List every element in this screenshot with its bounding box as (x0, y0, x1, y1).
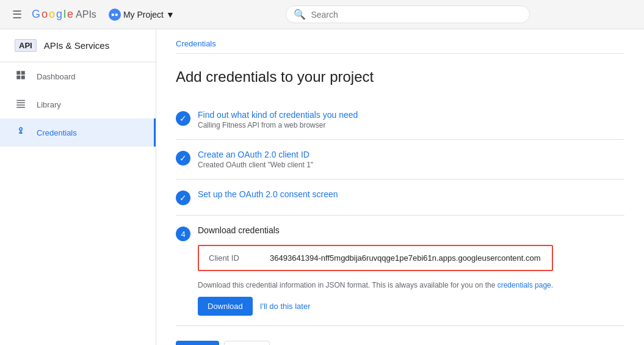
sidebar-item-dashboard[interactable]: Dashboard (0, 62, 156, 90)
cancel-button[interactable]: Cancel (224, 341, 269, 345)
project-selector[interactable]: ●● My Project ▼ (109, 9, 175, 21)
step-1-title: Find out what kind of credentials you ne… (198, 110, 358, 120)
dashboard-icon (15, 70, 27, 83)
api-badge: API (15, 39, 37, 52)
page-title: Add credentials to your project (176, 68, 624, 85)
sidebar-item-library[interactable]: Library (0, 90, 156, 118)
project-name: My Project (123, 10, 164, 20)
step-3: ✓ Set up the OAuth 2.0 consent screen (176, 180, 624, 216)
search-box: 🔍 (286, 5, 530, 23)
step-1: ✓ Find out what kind of credentials you … (176, 100, 624, 140)
svg-rect-2 (16, 76, 20, 79)
step-2-check: ✓ (176, 151, 190, 165)
logo-g: G (32, 8, 40, 21)
search-input[interactable] (311, 10, 522, 20)
credentials-label: Client ID (209, 253, 270, 263)
main-content: Credentials Add credentials to your proj… (156, 29, 644, 345)
download-info: Download this credential information in … (198, 281, 553, 289)
sidebar-item-dashboard-label: Dashboard (37, 72, 76, 81)
step-3-check: ✓ (176, 191, 190, 205)
bottom-buttons: Done Cancel (176, 341, 624, 345)
step-2-subtitle: Created OAuth client "Web client 1" (198, 161, 313, 169)
sidebar: API APIs & Services Dashboard Library Cr… (0, 29, 156, 345)
credentials-icon (15, 126, 27, 139)
download-button[interactable]: Download (198, 297, 253, 316)
svg-rect-9 (20, 133, 23, 134)
step-2-title: Create an OAuth 2.0 client ID (198, 150, 313, 159)
step-3-title: Set up the OAuth 2.0 consent screen (198, 189, 338, 199)
download-info-period: . (551, 281, 553, 289)
search-icon: 🔍 (294, 9, 306, 20)
sidebar-header: API APIs & Services (0, 29, 156, 62)
credentials-row: Client ID 36493641394-nff5mgdbija6ruvqqg… (199, 246, 552, 270)
step-1-subtitle: Calling Fitness API from a web browser (198, 121, 358, 129)
step-4-title: Download credentials (198, 225, 553, 235)
search-area: 🔍 (182, 5, 634, 23)
credentials-page-link[interactable]: credentials page (497, 281, 551, 289)
step-4: 4 Download credentials Client ID 3649364… (176, 216, 624, 326)
svg-rect-1 (21, 71, 25, 74)
sidebar-item-credentials-label: Credentials (37, 128, 77, 137)
top-nav: ☰ GoogleAPIs ●● My Project ▼ 🔍 (0, 0, 644, 29)
sidebar-item-credentials[interactable]: Credentials (0, 118, 156, 147)
credentials-table: Client ID 36493641394-nff5mgdbija6ruvqqg… (198, 245, 553, 271)
svg-rect-5 (16, 103, 25, 104)
logo-l: l (63, 8, 66, 21)
sidebar-title: APIs & Services (44, 40, 110, 51)
step-2: ✓ Create an OAuth 2.0 client ID Created … (176, 140, 624, 180)
breadcrumb: Credentials (176, 29, 624, 54)
logo-apis: APIs (76, 9, 96, 20)
dropdown-icon: ▼ (166, 10, 175, 20)
svg-rect-4 (16, 100, 25, 101)
library-icon (15, 98, 27, 111)
svg-rect-3 (21, 76, 25, 79)
svg-point-8 (20, 128, 23, 131)
google-apis-logo: GoogleAPIs (32, 8, 96, 21)
step-3-content: Set up the OAuth 2.0 consent screen (198, 189, 338, 199)
step-4-content: Download credentials Client ID 364936413… (198, 225, 553, 316)
do-later-button[interactable]: I'll do this later (260, 302, 311, 311)
logo-e: e (67, 8, 73, 21)
done-button[interactable]: Done (176, 341, 219, 345)
step-1-content: Find out what kind of credentials you ne… (198, 110, 358, 129)
sidebar-item-library-label: Library (37, 100, 61, 109)
hamburger-icon[interactable]: ☰ (10, 8, 24, 21)
download-actions: Download I'll do this later (198, 297, 553, 316)
svg-rect-7 (16, 107, 25, 108)
credentials-value: 36493641394-nff5mgdbija6ruvqqge1pe7ebi61… (270, 253, 541, 263)
svg-rect-6 (16, 104, 25, 106)
logo-g2: g (56, 8, 62, 21)
download-info-text: Download this credential information in … (198, 281, 497, 289)
svg-rect-0 (16, 71, 20, 74)
logo-o1: o (42, 8, 48, 21)
step-4-number: 4 (176, 227, 190, 241)
layout: API APIs & Services Dashboard Library Cr… (0, 29, 644, 345)
logo-o2: o (49, 8, 55, 21)
project-dot: ●● (109, 9, 121, 21)
step-1-check: ✓ (176, 111, 190, 126)
step-2-content: Create an OAuth 2.0 client ID Created OA… (198, 150, 313, 169)
